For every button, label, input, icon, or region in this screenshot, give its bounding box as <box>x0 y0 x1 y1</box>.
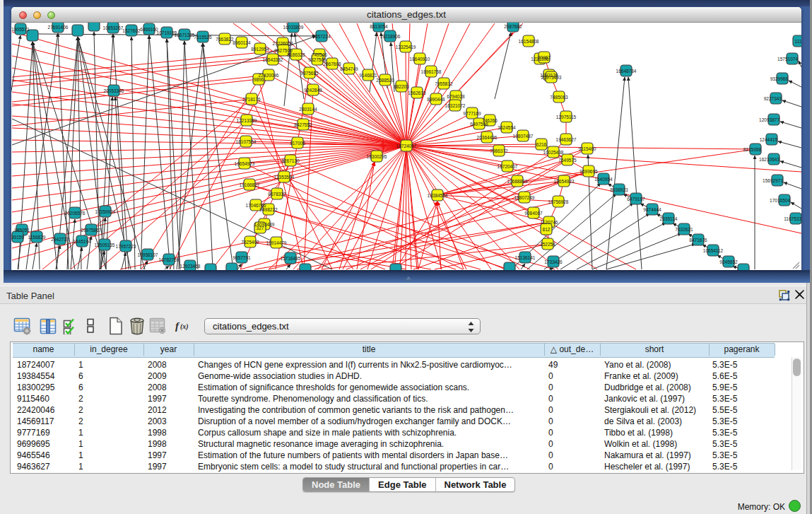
svg-text:1117: 1117 <box>795 39 802 44</box>
svg-text:6216: 6216 <box>536 142 547 147</box>
svg-text:18724007: 18724007 <box>396 144 417 148</box>
svg-text:10853267: 10853267 <box>103 25 124 30</box>
svg-text:10756928: 10756928 <box>548 199 569 204</box>
svg-text:1120746: 1120746 <box>541 220 558 225</box>
svg-text:9777169: 9777169 <box>463 111 481 116</box>
svg-text:6466160: 6466160 <box>140 27 158 32</box>
svg-text:2588520: 2588520 <box>376 78 394 83</box>
svg-text:8912954: 8912954 <box>251 47 269 52</box>
svg-text:15751074: 15751074 <box>777 57 798 62</box>
svg-text:252254: 252254 <box>540 242 555 247</box>
svg-text:7632621: 7632621 <box>675 227 693 232</box>
svg-text:16154808: 16154808 <box>519 39 539 44</box>
svg-text:10025438: 10025438 <box>543 150 564 155</box>
svg-text:11353594: 11353594 <box>274 175 295 180</box>
svg-text:9699695: 9699695 <box>579 169 598 174</box>
svg-text:9474444: 9474444 <box>643 207 661 212</box>
svg-text:15692971: 15692971 <box>763 178 783 183</box>
svg-text:20053346: 20053346 <box>104 88 124 93</box>
svg-text:20973493: 20973493 <box>541 75 562 80</box>
svg-text:8960124: 8960124 <box>233 40 251 45</box>
svg-text:16321072: 16321072 <box>445 103 466 108</box>
svg-text:8267130: 8267130 <box>281 158 300 163</box>
svg-text:16033809: 16033809 <box>283 25 304 30</box>
svg-text:812: 812 <box>543 227 551 232</box>
svg-text:17957223: 17957223 <box>116 244 136 249</box>
svg-text:749546: 749546 <box>312 52 327 57</box>
svg-text:2718176: 2718176 <box>242 97 261 102</box>
svg-text:16782759: 16782759 <box>159 257 180 262</box>
svg-text:2867608: 2867608 <box>323 62 341 66</box>
svg-text:12505135: 12505135 <box>95 243 115 247</box>
svg-text:8186328: 8186328 <box>287 52 305 57</box>
svg-text:17016504: 17016504 <box>770 198 790 203</box>
svg-text:18640910: 18640910 <box>410 57 430 62</box>
svg-text:1545194: 1545194 <box>73 239 91 244</box>
svg-text:7485063: 7485063 <box>550 95 568 100</box>
svg-text:18300295: 18300295 <box>367 154 387 159</box>
svg-text:7357224: 7357224 <box>312 34 331 39</box>
svg-text:6794028: 6794028 <box>447 94 465 99</box>
svg-text:2087682: 2087682 <box>504 24 522 29</box>
svg-text:882203: 882203 <box>394 84 409 89</box>
svg-text:7649575: 7649575 <box>558 158 577 163</box>
svg-text:2935114: 2935114 <box>660 216 678 221</box>
svg-text:7955812: 7955812 <box>435 81 453 86</box>
svg-text:1167533: 1167533 <box>784 216 801 221</box>
svg-text:327: 327 <box>257 226 264 230</box>
svg-text:16961758: 16961758 <box>421 69 442 74</box>
svg-text:1640954: 1640954 <box>594 177 613 182</box>
svg-text:9146821: 9146821 <box>359 73 377 78</box>
svg-text:19166827: 19166827 <box>240 182 260 187</box>
svg-text:12923468: 12923468 <box>180 264 201 269</box>
svg-text:2803144: 2803144 <box>299 107 317 112</box>
svg-text:6479197: 6479197 <box>627 197 645 201</box>
svg-text:10654112: 10654112 <box>703 248 724 253</box>
svg-text:16648784: 16648784 <box>616 69 637 74</box>
svg-text:23226058: 23226058 <box>273 41 293 46</box>
svg-text:f: f <box>175 320 180 332</box>
svg-text:985051: 985051 <box>14 228 30 233</box>
svg-text:7625402: 7625402 <box>241 240 259 245</box>
svg-text:10807487: 10807487 <box>513 134 534 139</box>
svg-text:9084067: 9084067 <box>524 211 543 216</box>
svg-text:9896: 9896 <box>254 77 264 82</box>
svg-text:16671385: 16671385 <box>175 33 195 37</box>
svg-text:16914479: 16914479 <box>266 240 287 245</box>
svg-text:19384554: 19384554 <box>428 193 448 198</box>
svg-text:10688809: 10688809 <box>507 179 528 184</box>
svg-text:9657791: 9657791 <box>233 255 251 260</box>
svg-text:(x): (x) <box>180 322 189 331</box>
svg-text:1733426: 1733426 <box>544 259 563 264</box>
svg-text:7986372: 7986372 <box>490 148 508 153</box>
svg-text:16107554: 16107554 <box>236 139 257 144</box>
svg-text:20967: 20967 <box>538 55 551 60</box>
svg-text:39159: 39159 <box>11 235 24 240</box>
svg-text:18807249: 18807249 <box>514 195 535 200</box>
svg-text:19654923: 19654923 <box>235 161 255 166</box>
svg-text:7515526: 7515526 <box>194 35 212 40</box>
svg-text:15720407: 15720407 <box>498 164 518 169</box>
svg-text:9329966: 9329966 <box>770 76 789 81</box>
svg-text:8813054: 8813054 <box>370 24 388 29</box>
svg-text:15136141: 15136141 <box>515 255 536 260</box>
svg-text:12093877: 12093877 <box>759 117 779 122</box>
svg-text:20364436: 20364436 <box>477 135 498 140</box>
svg-text:9227343: 9227343 <box>764 96 782 101</box>
svg-text:16543382: 16543382 <box>263 57 283 62</box>
svg-text:3624554: 3624554 <box>498 125 516 130</box>
svg-text:13325419: 13325419 <box>396 45 416 49</box>
svg-text:917006: 917006 <box>290 141 305 146</box>
svg-text:20975867: 20975867 <box>81 228 102 233</box>
svg-text:8454749: 8454749 <box>340 66 358 71</box>
svg-text:9498222: 9498222 <box>259 207 278 212</box>
svg-text:746266: 746266 <box>482 118 498 123</box>
svg-text:12975115: 12975115 <box>556 115 577 119</box>
svg-text:1905571: 1905571 <box>11 27 30 32</box>
svg-text:8678332: 8678332 <box>268 192 286 197</box>
svg-text:19463627: 19463627 <box>556 137 577 142</box>
svg-text:9242848: 9242848 <box>304 88 322 93</box>
svg-text:10958107: 10958107 <box>138 252 158 257</box>
svg-text:8990448: 8990448 <box>427 97 445 102</box>
svg-text:9375685: 9375685 <box>300 71 319 76</box>
